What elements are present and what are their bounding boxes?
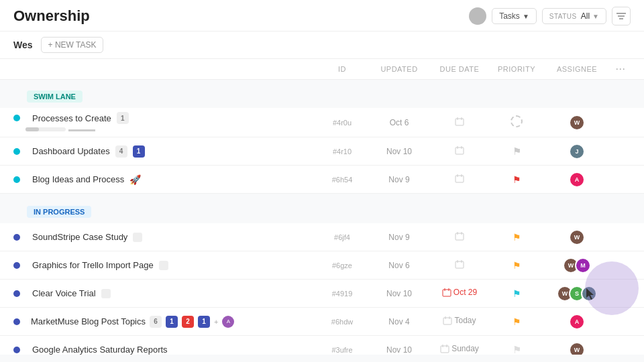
task-row[interactable]: Clear Voice Trial #4919 Nov 10 Oct 29 ⚑ …: [0, 280, 644, 308]
task-status-dot: [13, 148, 20, 155]
task-badge-extra: +: [214, 318, 218, 326]
task-badge: 6: [150, 316, 162, 328]
section-swim-lane-header: SWIM LANE: [0, 80, 644, 108]
task-priority: ⚑: [490, 288, 543, 299]
task-row[interactable]: Google Analytics Saturday Reports #3ufre…: [0, 336, 644, 355]
calendar-icon: [455, 232, 464, 241]
task-name: Graphics for Trello Import Page: [32, 260, 154, 270]
flag-yellow-icon: ⚑: [513, 260, 521, 271]
flag-light-icon: ⚑: [513, 344, 521, 355]
task-assignees: A: [543, 314, 610, 330]
col-header-id: ID: [315, 65, 369, 73]
task-badge-small: [159, 261, 168, 270]
task-assignees: A: [543, 172, 610, 188]
task-due-date: Oct 29: [429, 288, 490, 299]
calendar-icon: [442, 288, 451, 297]
avatar: J: [569, 143, 585, 160]
task-id: #6h54: [315, 176, 369, 184]
task-badge-small: [101, 289, 111, 298]
col-header-more: ···: [610, 63, 631, 75]
task-row[interactable]: Blog Ideas and Process 🚀 #6h54 Nov 9 ⚑ A: [0, 166, 644, 194]
task-id: #4r10: [315, 147, 369, 156]
page-title: Ownership: [13, 7, 90, 25]
task-due-date: Today: [429, 316, 490, 327]
task-row[interactable]: Processes to Create 1 ▬▬▬▬ #4r0u Oct 6: [0, 108, 644, 137]
task-badge: 1: [117, 112, 129, 124]
task-updated: Oct 6: [369, 118, 429, 127]
task-status-dot: [13, 234, 20, 241]
task-status-dot: [13, 347, 20, 353]
task-badge: 4: [115, 145, 127, 158]
task-badge: 1: [198, 316, 210, 328]
task-name: Blog Ideas and Process: [32, 174, 124, 184]
table-more-icon[interactable]: ···: [616, 63, 626, 74]
flag-red-icon: ⚑: [513, 174, 521, 185]
task-badge: 2: [182, 316, 194, 328]
header: Ownership Tasks ▼ STATUS All ▼: [0, 0, 644, 32]
calendar-icon: [455, 146, 464, 155]
calendar-icon: [455, 174, 464, 183]
task-status-dot: [13, 262, 20, 269]
inline-avatar-badge: A: [222, 316, 234, 328]
calendar-icon: [455, 260, 464, 269]
calendar-icon: [440, 345, 449, 353]
task-row[interactable]: Graphics for Trello Import Page #6gze No…: [0, 251, 644, 280]
overdue-date: Oct 29: [453, 288, 477, 297]
col-header-due-date: DUE DATE: [429, 65, 490, 73]
task-updated: Nov 10: [369, 345, 429, 355]
svg-rect-3: [455, 119, 464, 125]
task-assignees: W: [543, 115, 610, 131]
new-task-button[interactable]: + NEW TASK: [41, 37, 104, 53]
task-assignees: W M: [543, 257, 610, 274]
avatar: J: [581, 286, 597, 302]
task-id: #3ufre: [315, 346, 369, 354]
task-priority: ⚑: [490, 260, 543, 271]
task-row[interactable]: MarketMuse Blog Post Topics 6 1 2 1 + A …: [0, 308, 644, 336]
task-status-dot: [13, 318, 20, 325]
svg-rect-15: [455, 261, 464, 268]
task-name: Dashboard Updates: [32, 146, 110, 156]
in-progress-badge: IN PROGRESS: [27, 206, 91, 218]
filter-button[interactable]: [612, 7, 631, 25]
status-filter-button[interactable]: STATUS All ▼: [542, 8, 606, 24]
svg-rect-18: [443, 290, 451, 296]
calendar-icon: [443, 316, 452, 325]
swim-lane-badge: SWIM LANE: [27, 90, 83, 103]
task-updated: Nov 10: [369, 289, 429, 298]
task-id: #6jf4: [315, 233, 369, 241]
flag-yellow-icon: ⚑: [513, 232, 521, 243]
flag-icon: ⚑: [513, 145, 521, 157]
task-due-date: [429, 117, 490, 128]
filter-icon: [616, 12, 626, 20]
task-updated: Nov 4: [369, 317, 429, 326]
avatar: M: [575, 257, 591, 274]
task-emoji-badge: 🚀: [129, 174, 141, 185]
task-due-date: [429, 146, 490, 157]
task-id: #4r0u: [315, 119, 369, 127]
section-in-progress: IN PROGRESS SoundStripe Case Study #6jf4…: [0, 194, 644, 355]
table-header: ID UPDATED DUE DATE PRIORITY ASSIGNEE ··…: [0, 59, 644, 80]
task-assignees: J: [543, 143, 610, 160]
task-due-date: [429, 232, 490, 243]
avatar: A: [569, 172, 585, 188]
task-row[interactable]: SoundStripe Case Study #6jf4 Nov 9 ⚑ W: [0, 223, 644, 251]
task-assignees: W: [543, 342, 610, 355]
flag-yellow-icon: ⚑: [513, 316, 521, 327]
task-updated: Nov 9: [369, 233, 429, 242]
progress-bar: [25, 127, 66, 131]
tasks-filter-button[interactable]: Tasks ▼: [492, 8, 537, 24]
task-name: MarketMuse Blog Post Topics: [31, 316, 146, 326]
task-list: SWIM LANE Processes to Create 1 ▬▬▬▬: [0, 80, 644, 355]
priority-indicator: [511, 115, 523, 127]
task-row[interactable]: Dashboard Updates 4 1 #4r10 Nov 10 ⚑ J: [0, 137, 644, 166]
section-in-progress-header: IN PROGRESS: [0, 194, 644, 223]
header-controls: Tasks ▼ STATUS All ▼: [469, 7, 631, 25]
section-swim-lane: SWIM LANE Processes to Create 1 ▬▬▬▬: [0, 80, 644, 194]
task-assignees: W S J: [543, 286, 610, 302]
avatar: W: [569, 342, 585, 355]
task-due-date: [429, 174, 490, 185]
task-status-dot: [13, 176, 20, 183]
task-priority: ⚑: [490, 344, 543, 355]
svg-rect-6: [455, 147, 464, 154]
task-status-dot: [13, 290, 20, 297]
